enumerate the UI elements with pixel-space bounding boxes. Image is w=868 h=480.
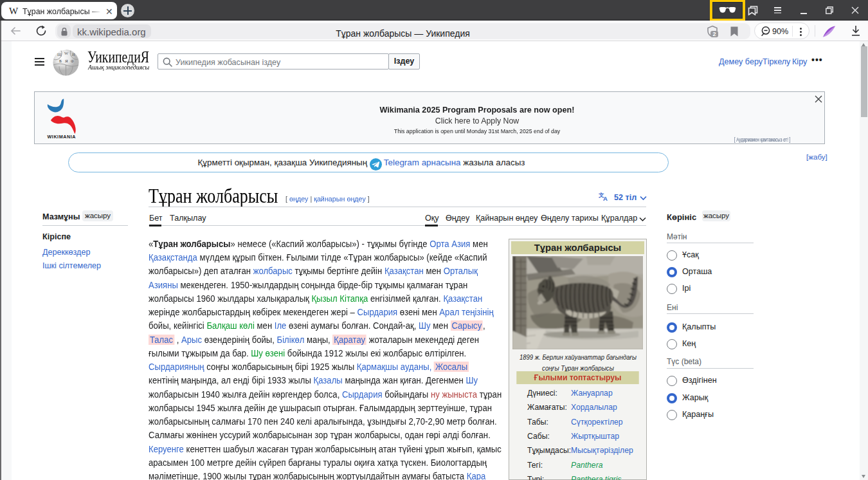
svg-text:Я: Я [65, 59, 68, 64]
svg-text:2: 2 [712, 31, 716, 37]
svg-text:WIKIMANIA: WIKIMANIA [48, 134, 76, 140]
svg-text:Б: Б [59, 59, 62, 64]
svg-text:И: И [72, 53, 75, 57]
svg-text:Ф: Ф [71, 59, 74, 63]
svg-text:Щ: Щ [57, 52, 62, 57]
svg-text:W: W [64, 51, 69, 55]
svg-text:A: A [603, 195, 608, 201]
